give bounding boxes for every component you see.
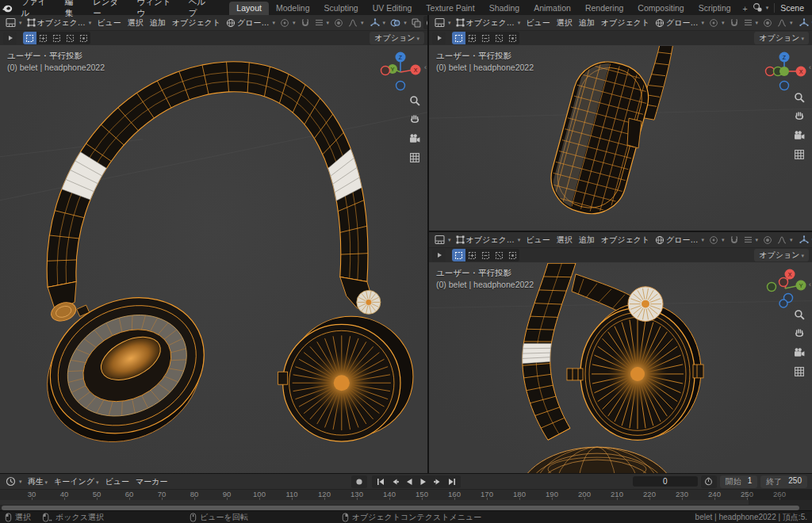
- end-frame-field[interactable]: 終了250: [760, 475, 807, 488]
- mode-selector[interactable]: オブジェク…: [454, 235, 523, 246]
- workspace-tab-layout[interactable]: Layout: [229, 2, 269, 15]
- start-frame-field[interactable]: 開始1: [720, 475, 758, 488]
- toolbar-expand-button[interactable]: [432, 250, 446, 262]
- viewport-canvas[interactable]: ユーザー・平行投影 (0) belet | headphone2022 ‹ X …: [429, 263, 812, 473]
- pivot-point-selector[interactable]: [707, 18, 726, 28]
- menu-view[interactable]: ビュー: [523, 235, 552, 246]
- zoom-icon[interactable]: [794, 92, 805, 103]
- toolbar-expand-button[interactable]: [432, 32, 446, 44]
- menu-add[interactable]: 追加: [147, 17, 168, 29]
- camera-view-icon[interactable]: [794, 347, 805, 358]
- menu-object[interactable]: オブジェクト: [170, 17, 223, 29]
- orthographic-grid-icon[interactable]: [409, 152, 420, 163]
- workspace-tab-modeling[interactable]: Modeling: [269, 2, 317, 15]
- select-box-extend-button[interactable]: [465, 249, 479, 262]
- menu-edit[interactable]: 編集: [59, 0, 86, 19]
- options-dropdown[interactable]: オプション: [754, 32, 809, 44]
- workspace-tab-shading[interactable]: Shading: [482, 2, 527, 15]
- menu-render[interactable]: レンダー: [86, 0, 130, 19]
- select-box-subtract-button[interactable]: [479, 32, 492, 44]
- workspace-tab-sculpting[interactable]: Sculpting: [317, 2, 366, 15]
- snap-target-selector[interactable]: [742, 235, 760, 244]
- gizmo-toggle[interactable]: [798, 235, 812, 245]
- add-workspace-button[interactable]: +: [738, 2, 753, 15]
- viewport-canvas[interactable]: ユーザー・平行投影 (0) belet | headphone2022 ‹ Z …: [0, 46, 427, 473]
- options-dropdown[interactable]: オプション: [370, 32, 424, 44]
- select-box-new-button[interactable]: [452, 32, 465, 44]
- pan-hand-icon[interactable]: [409, 114, 420, 125]
- workspace-tab-scripting[interactable]: Scripting: [691, 2, 738, 15]
- falloff-selector[interactable]: [776, 18, 795, 28]
- headphone-model-closeup[interactable]: [429, 263, 812, 473]
- select-box-new-button[interactable]: [452, 249, 465, 262]
- snap-target-selector[interactable]: [742, 18, 760, 27]
- gizmo-toggle[interactable]: [369, 18, 388, 28]
- zoom-icon[interactable]: [409, 95, 420, 106]
- menu-playback[interactable]: 再生: [25, 476, 51, 487]
- menu-select[interactable]: 選択: [554, 235, 575, 246]
- next-keyframe-button[interactable]: [431, 476, 444, 487]
- sidebar-toggle-icon[interactable]: ‹: [424, 63, 427, 71]
- snap-toggle[interactable]: [299, 18, 312, 28]
- play-reverse-button[interactable]: [403, 476, 416, 487]
- viewport-canvas[interactable]: ユーザー・平行投影 (0) belet | headphone2022 ‹ Z …: [429, 46, 812, 231]
- menu-help[interactable]: ヘルプ: [182, 0, 219, 19]
- navigation-gizmo[interactable]: X Y: [764, 266, 807, 309]
- proportional-editing-toggle[interactable]: [761, 18, 774, 28]
- menu-file[interactable]: ファイル: [14, 0, 58, 19]
- zoom-icon[interactable]: [794, 309, 805, 320]
- sidebar-toggle-icon[interactable]: ‹: [809, 281, 811, 288]
- workspace-tab-animation[interactable]: Animation: [527, 2, 578, 15]
- select-box-subtract-button[interactable]: [479, 249, 492, 262]
- overlays-toggle[interactable]: [389, 18, 408, 28]
- prev-keyframe-button[interactable]: [389, 476, 401, 487]
- blender-logo[interactable]: [0, 2, 14, 13]
- pivot-point-selector[interactable]: [278, 18, 297, 28]
- transform-orientation-selector[interactable]: グロー…: [653, 235, 706, 246]
- menu-keying[interactable]: キーイング: [52, 476, 101, 487]
- select-box-invert-button[interactable]: [492, 249, 506, 262]
- sidebar-toggle-icon[interactable]: ‹: [809, 63, 811, 71]
- menu-marker[interactable]: マーカー: [133, 476, 170, 487]
- frame-ruler[interactable]: 3040506070809010011012013014015016017018…: [0, 490, 812, 500]
- menu-view[interactable]: ビュー: [94, 17, 123, 29]
- menu-select[interactable]: 選択: [554, 17, 575, 29]
- play-button[interactable]: [417, 476, 430, 487]
- snap-toggle[interactable]: [728, 235, 741, 245]
- shading-wireframe-button[interactable]: [425, 17, 427, 29]
- pan-hand-icon[interactable]: [794, 111, 805, 122]
- preview-range-button[interactable]: [701, 475, 717, 488]
- camera-view-icon[interactable]: [409, 133, 420, 144]
- headphone-model-side-view[interactable]: [429, 46, 812, 231]
- pan-hand-icon[interactable]: [794, 328, 805, 339]
- falloff-selector[interactable]: [347, 18, 366, 28]
- menu-select[interactable]: 選択: [125, 17, 146, 29]
- menu-timeline-view[interactable]: ビュー: [102, 476, 131, 487]
- workspace-tab-rendering[interactable]: Rendering: [578, 2, 630, 15]
- navigation-gizmo[interactable]: Z X: [764, 49, 807, 92]
- select-box-new-button[interactable]: [23, 32, 36, 44]
- snap-toggle[interactable]: [728, 18, 741, 28]
- menu-object[interactable]: オブジェクト: [599, 235, 652, 246]
- scene-selector[interactable]: ▾ Scene: [753, 2, 812, 13]
- snap-target-selector[interactable]: [313, 18, 331, 27]
- xray-toggle[interactable]: [410, 18, 423, 28]
- jump-to-start-button[interactable]: [374, 476, 387, 487]
- orthographic-grid-icon[interactable]: [794, 366, 805, 377]
- select-box-intersect-button[interactable]: [77, 32, 90, 44]
- falloff-selector[interactable]: [776, 235, 795, 245]
- menu-view[interactable]: ビュー: [523, 17, 552, 29]
- workspace-tab-texture-paint[interactable]: Texture Paint: [419, 2, 481, 15]
- workspace-tab-compositing[interactable]: Compositing: [630, 2, 691, 15]
- proportional-editing-toggle[interactable]: [761, 235, 774, 245]
- auto-keyframe-record-button[interactable]: [351, 475, 367, 488]
- pivot-point-selector[interactable]: [707, 235, 726, 245]
- transform-orientation-selector[interactable]: グロー…: [224, 17, 277, 29]
- current-frame-field[interactable]: 0: [633, 476, 698, 487]
- mode-selector[interactable]: オブジェク…: [25, 17, 94, 29]
- navigation-gizmo[interactable]: Z X Y: [380, 49, 423, 92]
- transform-orientation-selector[interactable]: グロー…: [653, 17, 706, 29]
- select-box-intersect-button[interactable]: [506, 32, 519, 44]
- orthographic-grid-icon[interactable]: [794, 149, 805, 160]
- headphone-model-wireframe[interactable]: [0, 46, 427, 473]
